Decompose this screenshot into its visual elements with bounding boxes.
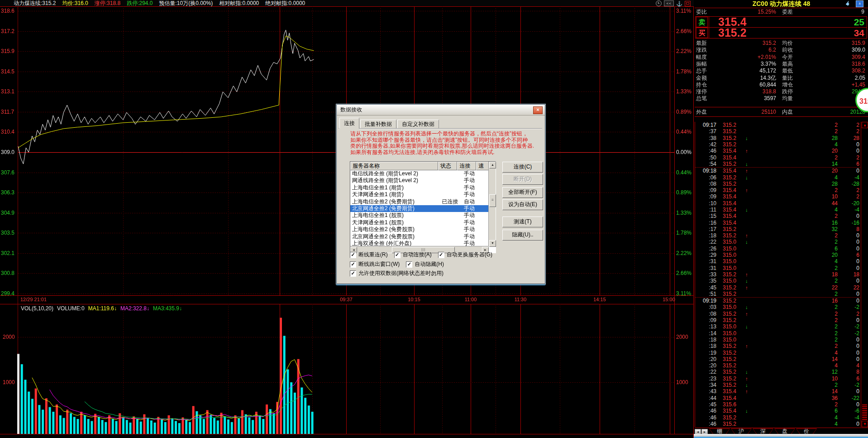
anchor-icon[interactable]: ⚓ (676, 1, 682, 6)
tick-price: 315.6 (723, 401, 745, 408)
tick-row: :15315.420 (695, 213, 860, 219)
dialog-button-隐藏(U)..[interactable]: 隐藏(U).. (502, 230, 543, 241)
divider (695, 116, 868, 117)
checkbox-自动隐藏(H)[interactable]: ✓自动隐藏(H) (406, 260, 444, 268)
tick-row: :46315.4↑200 (695, 148, 860, 154)
stat-label: 总手 (696, 67, 707, 74)
scroll-up-icon[interactable]: ▲ (862, 122, 868, 128)
tick-volume: 6 (817, 408, 838, 414)
tick-time: :08 (695, 181, 716, 187)
rewind-icon[interactable]: << (664, 0, 674, 6)
ask-label: 卖 (696, 17, 708, 27)
dialog-tab-2[interactable]: 自定义补数据 (397, 120, 439, 129)
server-row[interactable]: 上海电信全推1 (股票)手动 (350, 212, 489, 219)
server-row[interactable]: 电信线路全推 (期货Level 2)手动 (350, 170, 489, 177)
percent-axis-label: 3.11% (676, 8, 691, 14)
checkbox-自动连接(A)[interactable]: ✓自动连接(A) (394, 251, 432, 259)
tick-volume: 4 (817, 207, 838, 213)
tick-price: 315.4 (723, 220, 745, 226)
contract-title-row: ZC00 动力煤连续 48 (695, 0, 868, 8)
dialog-button-测速(T)[interactable]: 测速(T) (502, 217, 543, 227)
tick-price: 315.2 (723, 161, 745, 167)
stat-label: 外盘 (696, 109, 707, 116)
tab-scroll-right-icon[interactable]: ► (701, 429, 708, 434)
server-list-vscrollbar[interactable]: ▲ ≡ ▼ (488, 162, 496, 247)
weicha-label: 委差 (782, 9, 793, 15)
collapse-glyph: « (857, 2, 862, 5)
checkbox-自动更换服务器(G)[interactable]: ✓自动更换服务器(G) (438, 251, 492, 259)
tick-oi-change: 6 (838, 375, 859, 382)
server-row[interactable]: 上海电信全推2 (免费期货)已连接自动 (350, 198, 489, 205)
clock-icon[interactable] (656, 0, 662, 6)
tick-oi-change: 2 (838, 187, 859, 193)
server-row[interactable]: 天津网通全推1 (期货)手动 (350, 191, 489, 198)
tick-direction-icon: ↑ (745, 232, 752, 239)
dialog-tab-1[interactable]: 批量补数据 (360, 120, 396, 129)
tick-time: :06 (695, 174, 716, 181)
tick-time: :38 (695, 135, 716, 141)
tick-scrollbar[interactable]: ▲ ▼ (861, 122, 868, 427)
tick-time: :45 (695, 284, 716, 291)
server-row[interactable]: 天津网通全推1 (股票)手动 (350, 219, 489, 226)
close-icon[interactable]: × (533, 106, 543, 114)
tick-time: :35 (695, 278, 716, 284)
tick-row: :42315.240 (695, 141, 860, 148)
dialog-button-连接(C)[interactable]: 连接(C) (502, 162, 543, 173)
dialog-button-设为自动(E)[interactable]: 设为自动(E) (502, 199, 543, 210)
tick-oi-change: 0 (838, 278, 859, 284)
tick-volume: 2 (817, 323, 838, 330)
server-row[interactable]: 上海电信全推1 (期货)手动 (350, 184, 489, 191)
dialog-tab-0[interactable]: 连接 (339, 118, 359, 129)
tick-time: :20 (695, 356, 716, 362)
scroll-down-icon[interactable]: ▼ (862, 421, 868, 427)
tick-price: 315.2 (723, 174, 745, 181)
server-name: 北京网通全推2 (免费股票) (350, 233, 440, 240)
volume-indicator-header: VOL(5,10,20)VOLUME:0MA1:119.6↓MA2:322.8↓… (21, 305, 186, 312)
tick-row: :19315.240 (695, 349, 860, 356)
tab-scroll-left-icon[interactable]: ◄ (695, 429, 701, 434)
server-row[interactable]: 北京网通全推2 (免费股票)手动 (350, 233, 489, 240)
scroll-down-icon[interactable]: ▼ (489, 240, 496, 247)
tick-oi-change: 0 (838, 148, 859, 154)
checkbox-断线跳出窗口(W)[interactable]: ✓断线跳出窗口(W) (350, 260, 400, 268)
server-name: 上海电信全推2 (免费股票) (350, 226, 440, 233)
server-name: 上海电信全推1 (股票) (350, 212, 440, 219)
list-header-2[interactable]: 连接 (457, 162, 476, 170)
list-header-3[interactable]: 速 (476, 162, 489, 170)
tick-volume: 36 (817, 395, 838, 401)
dialog-button-全部断开(F)[interactable]: 全部断开(F) (502, 187, 543, 198)
tick-volume: 14 (817, 388, 838, 395)
window-icon[interactable] (685, 1, 691, 6)
tick-time: :33 (695, 271, 716, 278)
stat-value: 60,844 (731, 82, 776, 88)
scroll-thumb[interactable] (862, 404, 867, 420)
tick-volume: 2 (817, 239, 838, 245)
quote-header-item: 均价:316.0 (62, 0, 88, 6)
tick-row: :09315.4↑22 (695, 187, 860, 193)
stats-row: 涨停318.8跌停294.0 (695, 88, 868, 95)
collapse-icon[interactable]: « (856, 0, 863, 7)
scroll-up-icon[interactable]: ▲ (489, 162, 496, 168)
server-row[interactable]: 上海电信全推2 (免费股票)手动 (350, 226, 489, 233)
checkbox-断线重连(R)[interactable]: ✓断线重连(R) (350, 251, 388, 259)
checkbox-允许使用双数据(网络状态差时勿用)[interactable]: ✓允许使用双数据(网络状态差时勿用) (350, 270, 444, 277)
percent-axis-label: 0.00% (676, 149, 692, 155)
tick-time: :31 (695, 258, 716, 265)
tick-row: :08315.228-28 (695, 181, 860, 187)
stat-value: 25110 (731, 109, 776, 116)
tick-time: :17 (695, 226, 716, 232)
list-header-1[interactable]: 状态 (438, 162, 458, 170)
tick-direction-icon: ↑ (745, 375, 752, 382)
server-row[interactable]: 北京网通全推2 (免费期货)手动 (350, 205, 489, 212)
stat-value: 2.05 (816, 75, 865, 82)
server-row[interactable]: 网通线路全推 (期货Level 2)手动 (350, 177, 489, 184)
dialog-titlebar[interactable]: 数据接收 × (337, 105, 545, 116)
tick-volume: 2 (817, 343, 838, 349)
price-axis-label: 309.0 (1, 149, 14, 155)
tick-volume: 10 (817, 193, 838, 200)
scroll-thumb[interactable]: ≡ (489, 194, 496, 207)
tick-row: :50315.422 (695, 154, 860, 160)
tick-volume: 22 (817, 284, 838, 291)
server-status (440, 170, 460, 177)
list-header-0[interactable]: 服务器名称 (350, 162, 438, 170)
